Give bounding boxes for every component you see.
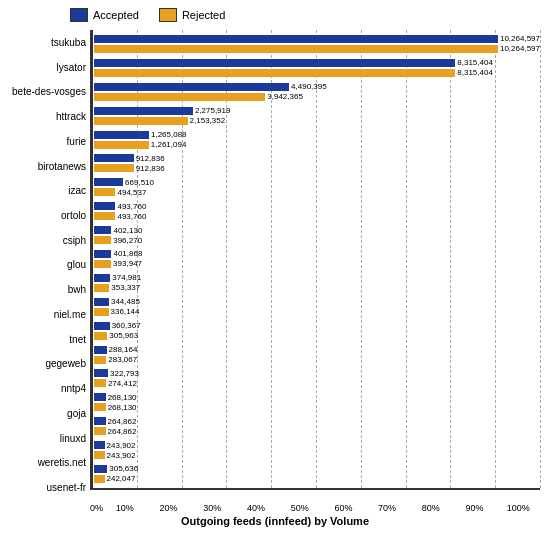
y-axis-labels: tsukubalysatorbete-des-vosgeshttrackfuri… bbox=[10, 30, 90, 500]
bar-row-rejected-gegeweb: 283,067 bbox=[94, 355, 540, 364]
bar-rejected-glou bbox=[94, 260, 111, 268]
bar-row-accepted-ortolo: 493,760 bbox=[94, 202, 540, 211]
bar-label-rejected-tsukuba: 10,264,597 bbox=[500, 44, 540, 53]
bar-group-glou: 401,868393,947 bbox=[92, 249, 540, 268]
legend-accepted-label: Accepted bbox=[93, 9, 139, 21]
bar-accepted-furie bbox=[94, 131, 149, 139]
bar-row-rejected-usenet-fr: 242,047 bbox=[94, 474, 540, 483]
bar-label-rejected-bete-des-vosges: 3,942,365 bbox=[267, 92, 303, 101]
bar-rejected-bwh bbox=[94, 284, 109, 292]
bar-group-izac: 669,510494,537 bbox=[92, 178, 540, 197]
bar-label-accepted-bete-des-vosges: 4,490,395 bbox=[291, 82, 327, 91]
chart-title: Outgoing feeds (innfeed) by Volume bbox=[10, 515, 540, 527]
bar-accepted-bwh bbox=[94, 274, 110, 282]
y-label-weretis.net: weretis.net bbox=[10, 454, 86, 472]
bar-label-accepted-niel.me: 344,485 bbox=[111, 297, 140, 306]
bar-row-rejected-goja: 268,130 bbox=[94, 403, 540, 412]
bar-rejected-weretis.net bbox=[94, 451, 105, 459]
bar-accepted-httrack bbox=[94, 107, 193, 115]
bar-group-tnet: 360,367305,963 bbox=[92, 321, 540, 340]
bar-rejected-furie bbox=[94, 141, 149, 149]
x-tick-2: 20% bbox=[147, 503, 191, 513]
bar-group-csiph: 402,130396,270 bbox=[92, 226, 540, 245]
y-label-bete-des-vosges: bete-des-vosges bbox=[10, 83, 86, 101]
y-label-ortolo: ortolo bbox=[10, 207, 86, 225]
legend-accepted-box bbox=[70, 8, 88, 22]
x-tick-9: 90% bbox=[453, 503, 497, 513]
bar-row-accepted-niel.me: 344,485 bbox=[94, 297, 540, 306]
y-label-linuxd: linuxd bbox=[10, 429, 86, 447]
bar-label-accepted-furie: 1,265,088 bbox=[151, 130, 187, 139]
bar-rejected-izac bbox=[94, 188, 115, 196]
bar-accepted-birotanews bbox=[94, 154, 134, 162]
bar-label-rejected-birotanews: 912,836 bbox=[136, 164, 165, 173]
x-axis-labels: 0%10%20%30%40%50%60%70%80%90%100% bbox=[90, 503, 540, 513]
x-tick-8: 80% bbox=[409, 503, 453, 513]
bar-label-rejected-usenet-fr: 242,047 bbox=[107, 474, 136, 483]
bar-accepted-nntp4 bbox=[94, 369, 108, 377]
bar-accepted-glou bbox=[94, 250, 111, 258]
bar-label-accepted-httrack: 2,275,919 bbox=[195, 106, 231, 115]
bar-row-accepted-gegeweb: 288,164 bbox=[94, 345, 540, 354]
bar-label-rejected-linuxd: 264,862 bbox=[108, 427, 137, 436]
bar-rejected-csiph bbox=[94, 236, 111, 244]
bars-area: 10,264,59710,264,5978,315,4048,315,4044,… bbox=[90, 30, 540, 490]
x-tick-1: 10% bbox=[103, 503, 147, 513]
bar-label-accepted-izac: 669,510 bbox=[125, 178, 154, 187]
bar-group-tsukuba: 10,264,59710,264,597 bbox=[92, 34, 540, 53]
bar-label-rejected-nntp4: 274,412 bbox=[108, 379, 137, 388]
bar-row-accepted-csiph: 402,130 bbox=[94, 226, 540, 235]
bar-group-niel.me: 344,485336,144 bbox=[92, 297, 540, 316]
x-tick-5: 50% bbox=[278, 503, 322, 513]
x-tick-3: 30% bbox=[190, 503, 234, 513]
bar-row-rejected-bete-des-vosges: 3,942,365 bbox=[94, 92, 540, 101]
bar-row-rejected-bwh: 353,337 bbox=[94, 283, 540, 292]
bar-accepted-usenet-fr bbox=[94, 465, 107, 473]
bar-row-accepted-bete-des-vosges: 4,490,395 bbox=[94, 82, 540, 91]
bar-group-goja: 268,130268,130 bbox=[92, 393, 540, 412]
x-tick-7: 70% bbox=[365, 503, 409, 513]
bar-label-rejected-niel.me: 336,144 bbox=[111, 307, 140, 316]
bar-label-accepted-lysator: 8,315,404 bbox=[457, 58, 493, 67]
bar-row-accepted-httrack: 2,275,919 bbox=[94, 106, 540, 115]
legend-rejected-label: Rejected bbox=[182, 9, 225, 21]
y-label-niel.me: niel.me bbox=[10, 305, 86, 323]
x-tick-10: 100% bbox=[496, 503, 540, 513]
bar-label-accepted-goja: 268,130 bbox=[108, 393, 137, 402]
bar-label-rejected-goja: 268,130 bbox=[108, 403, 137, 412]
bar-rejected-gegeweb bbox=[94, 356, 106, 364]
bar-row-rejected-izac: 494,537 bbox=[94, 188, 540, 197]
bar-rejected-tsukuba bbox=[94, 45, 498, 53]
bar-label-rejected-lysator: 8,315,404 bbox=[457, 68, 493, 77]
bar-group-nntp4: 322,793274,412 bbox=[92, 369, 540, 388]
y-label-furie: furie bbox=[10, 132, 86, 150]
bar-accepted-gegeweb bbox=[94, 346, 107, 354]
bar-label-rejected-csiph: 396,270 bbox=[113, 236, 142, 245]
bar-row-accepted-bwh: 374,981 bbox=[94, 273, 540, 282]
bar-label-rejected-httrack: 2,153,352 bbox=[190, 116, 226, 125]
bar-accepted-weretis.net bbox=[94, 441, 105, 449]
bar-label-accepted-bwh: 374,981 bbox=[112, 273, 141, 282]
bar-row-rejected-nntp4: 274,412 bbox=[94, 379, 540, 388]
bar-row-accepted-glou: 401,868 bbox=[94, 249, 540, 258]
bar-group-usenet-fr: 305,636242,047 bbox=[92, 464, 540, 483]
bar-label-accepted-csiph: 402,130 bbox=[113, 226, 142, 235]
bar-group-bete-des-vosges: 4,490,3953,942,365 bbox=[92, 82, 540, 101]
bar-row-accepted-goja: 268,130 bbox=[94, 393, 540, 402]
bar-rejected-httrack bbox=[94, 117, 188, 125]
bar-label-accepted-tsukuba: 10,264,597 bbox=[500, 34, 540, 43]
bar-label-accepted-tnet: 360,367 bbox=[112, 321, 141, 330]
bar-label-rejected-gegeweb: 283,067 bbox=[108, 355, 137, 364]
bar-row-accepted-linuxd: 264,862 bbox=[94, 417, 540, 426]
bar-label-rejected-weretis.net: 243,902 bbox=[107, 451, 136, 460]
grid-line-100 bbox=[540, 30, 541, 488]
y-label-glou: glou bbox=[10, 256, 86, 274]
y-label-goja: goja bbox=[10, 404, 86, 422]
y-label-httrack: httrack bbox=[10, 108, 86, 126]
bar-row-rejected-furie: 1,261,094 bbox=[94, 140, 540, 149]
y-label-lysator: lysator bbox=[10, 58, 86, 76]
bar-row-rejected-linuxd: 264,862 bbox=[94, 427, 540, 436]
legend-accepted: Accepted bbox=[70, 8, 139, 22]
bar-row-rejected-tnet: 305,963 bbox=[94, 331, 540, 340]
bar-group-lysator: 8,315,4048,315,404 bbox=[92, 58, 540, 77]
